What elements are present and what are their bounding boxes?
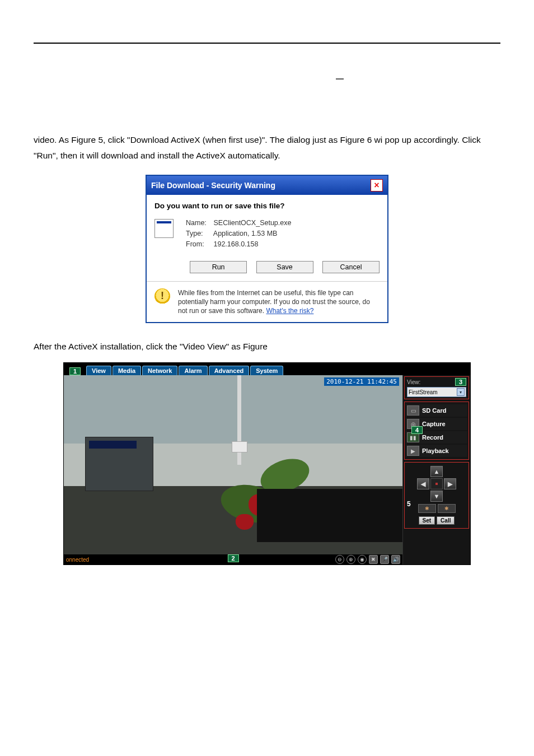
playback-button[interactable]: ▶ Playback bbox=[406, 445, 467, 457]
value-name: SEClientOCX_Setup.exe bbox=[213, 219, 291, 227]
capture-label: Capture bbox=[422, 421, 446, 427]
side-buttons: ▭ SD Card ◎ Capture ▮▮ 4 Record ▶ Playba… bbox=[404, 402, 469, 460]
scene-outlet bbox=[232, 441, 247, 452]
tab-view[interactable]: View bbox=[86, 366, 111, 375]
sdcard-label: SD Card bbox=[422, 407, 446, 414]
ptz-aux-1[interactable]: ✱ bbox=[418, 504, 436, 513]
status-icon-4[interactable]: ✖ bbox=[369, 555, 378, 564]
status-icon-2[interactable]: ⊕ bbox=[346, 555, 355, 564]
chevron-down-icon: ▾ bbox=[457, 388, 465, 396]
warning-text: While files from the Internet can be use… bbox=[178, 288, 380, 315]
ptz-left-button[interactable]: ◀ bbox=[417, 478, 429, 489]
stream-select[interactable]: FirstStream ▾ bbox=[407, 387, 466, 397]
ptz-call-button[interactable]: Call bbox=[437, 516, 455, 525]
scene-sofa bbox=[257, 489, 402, 542]
status-icon-1[interactable]: ⊖ bbox=[335, 555, 344, 564]
stream-select-value: FirstStream bbox=[409, 389, 438, 395]
record-label: Record bbox=[422, 434, 443, 441]
file-details: Name: SEClientOCX_Setup.exe Type: Applic… bbox=[186, 218, 291, 250]
status-connected: onnected bbox=[66, 557, 89, 563]
status-icon-speaker[interactable]: 🔊 bbox=[391, 555, 400, 564]
view-selector-box: View: 3 FirstStream ▾ bbox=[404, 376, 469, 399]
label-from: From: bbox=[186, 239, 212, 250]
status-icon-mic[interactable]: 🎤 bbox=[380, 555, 389, 564]
playback-label: Playback bbox=[422, 447, 449, 454]
camera-ui: 1 View Media Network Alarm Advanced Syst… bbox=[63, 362, 471, 565]
tab-bar: 1 View Media Network Alarm Advanced Syst… bbox=[64, 363, 470, 375]
tab-media[interactable]: Media bbox=[113, 366, 141, 375]
sdcard-button[interactable]: ▭ SD Card bbox=[406, 404, 467, 417]
value-from: 192.168.0.158 bbox=[213, 240, 258, 248]
video-timestamp: 2010-12-21 11:42:45 bbox=[324, 377, 399, 386]
file-download-dialog: File Download - Security Warning × Do yo… bbox=[146, 175, 388, 323]
whats-the-risk-link[interactable]: What's the risk? bbox=[266, 307, 313, 315]
header-rule bbox=[34, 43, 500, 44]
callout-2: 2 bbox=[227, 554, 238, 562]
dialog-titlebar: File Download - Security Warning × bbox=[147, 176, 387, 195]
sdcard-icon: ▭ bbox=[407, 405, 419, 416]
tab-network[interactable]: Network bbox=[142, 366, 177, 375]
video-feed[interactable]: 2010-12-21 11:42:45 bbox=[64, 375, 402, 554]
tab-alarm[interactable]: Alarm bbox=[179, 366, 207, 375]
paragraph-1: video. As Figure 5, click "Download Acti… bbox=[34, 132, 500, 164]
ptz-center-button[interactable] bbox=[430, 478, 443, 489]
dialog-button-row: Run Save Cancel bbox=[154, 261, 380, 273]
ptz-up-button[interactable]: ▲ bbox=[430, 466, 443, 477]
close-icon[interactable]: × bbox=[371, 179, 383, 192]
callout-1: 1 bbox=[69, 367, 81, 375]
dialog-warning: While files from the Internet can be use… bbox=[147, 281, 387, 322]
side-panel: View: 3 FirstStream ▾ ▭ SD Card ◎ Captur… bbox=[402, 375, 470, 564]
ptz-aux-2[interactable]: ✱ bbox=[438, 504, 456, 513]
callout-5: 5 bbox=[407, 500, 411, 508]
ptz-panel: ▲ ◀ ▶ ▼ 5 ✱ ✱ Set Call bbox=[404, 462, 469, 529]
tab-system[interactable]: System bbox=[250, 366, 283, 375]
value-type: Application, 1.53 MB bbox=[213, 230, 278, 237]
ptz-set-button[interactable]: Set bbox=[419, 516, 435, 525]
video-area: 2010-12-21 11:42:45 onnected 2 ⊖ ⊕ ◉ ✖ 🎤… bbox=[64, 375, 402, 564]
record-button[interactable]: ▮▮ 4 Record bbox=[406, 431, 467, 444]
dialog-question: Do you want to run or save this file? bbox=[154, 202, 380, 210]
header-mark bbox=[336, 78, 344, 80]
file-icon bbox=[154, 219, 174, 238]
paragraph-2: After the ActiveX installation, click th… bbox=[34, 339, 500, 354]
status-icon-3[interactable]: ◉ bbox=[358, 555, 367, 564]
callout-3: 3 bbox=[455, 378, 466, 386]
view-label: View: bbox=[407, 379, 420, 385]
dialog-title-text: File Download - Security Warning bbox=[151, 181, 275, 190]
save-button[interactable]: Save bbox=[256, 261, 313, 273]
label-type: Type: bbox=[186, 228, 212, 239]
ptz-down-button[interactable]: ▼ bbox=[430, 491, 443, 502]
warning-icon bbox=[154, 288, 170, 304]
scene-cabinet bbox=[85, 437, 153, 491]
status-bar: onnected 2 ⊖ ⊕ ◉ ✖ 🎤 🔊 bbox=[64, 554, 402, 564]
playback-icon: ▶ bbox=[407, 446, 419, 456]
cancel-button[interactable]: Cancel bbox=[322, 261, 380, 273]
run-button[interactable]: Run bbox=[190, 261, 247, 273]
callout-4: 4 bbox=[411, 426, 423, 434]
label-name: Name: bbox=[186, 218, 212, 228]
ptz-right-button[interactable]: ▶ bbox=[444, 478, 456, 489]
tab-advanced[interactable]: Advanced bbox=[209, 366, 250, 375]
